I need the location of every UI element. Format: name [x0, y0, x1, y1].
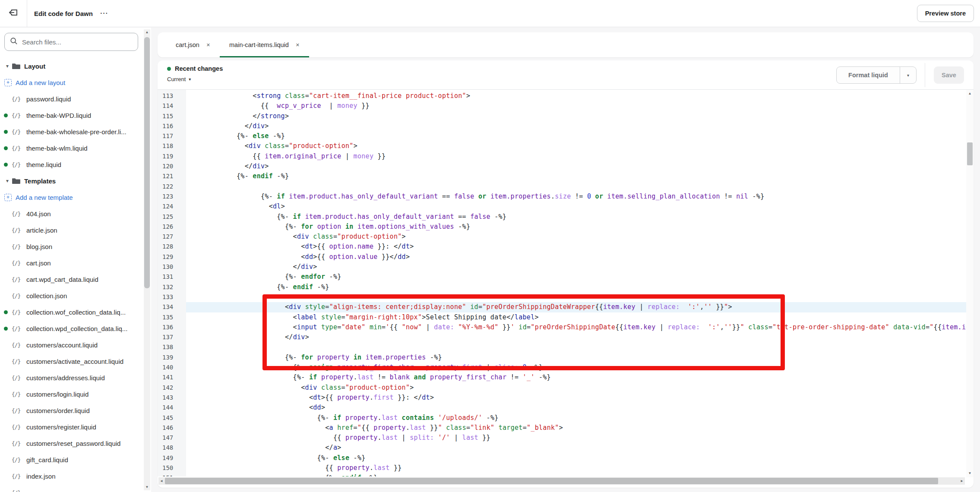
- vertical-scrollbar-thumb[interactable]: [967, 142, 973, 165]
- code-line[interactable]: 121 {%- endif -%}: [158, 171, 966, 181]
- code-line[interactable]: 116 </div>: [158, 121, 966, 131]
- code-line[interactable]: 122: [158, 182, 966, 192]
- close-icon[interactable]: ✕: [296, 42, 300, 48]
- horizontal-scrollbar-thumb[interactable]: [165, 478, 938, 484]
- format-liquid-button[interactable]: Format liquid: [837, 67, 900, 83]
- code-line[interactable]: 134 <div style="align-items: center;disp…: [158, 302, 966, 312]
- scroll-up-icon[interactable]: ▲: [144, 29, 150, 35]
- code-line[interactable]: 125 {%- if item.product.has_only_default…: [158, 212, 966, 222]
- file-item[interactable]: {/}cart.wpd_cart_data.liquid: [0, 271, 143, 287]
- file-item[interactable]: {/}password.liquid: [0, 91, 143, 107]
- line-number: 125: [158, 212, 186, 222]
- code-line[interactable]: 150 {{ property.last }}: [158, 463, 966, 473]
- file-item[interactable]: {/}theme-bak-wlm.liquid: [0, 140, 143, 156]
- code-text: </strong>: [186, 111, 966, 121]
- code-line[interactable]: 124 <dl>: [158, 202, 966, 211]
- file-item[interactable]: {/}article.json: [0, 222, 143, 238]
- save-button[interactable]: Save: [934, 66, 964, 84]
- file-item[interactable]: {/}customers/activate_account.liquid: [0, 353, 143, 369]
- code-line[interactable]: 138: [158, 342, 966, 352]
- code-line[interactable]: 151 {%- endif -%}: [158, 473, 966, 476]
- code-line[interactable]: 129 <dd>{{ option.value }}</dd>: [158, 252, 966, 262]
- code-file-icon: {/}: [9, 424, 22, 430]
- code-line[interactable]: 126 {%- for option in item.options_with_…: [158, 222, 966, 232]
- file-item[interactable]: {/}gift_card.liquid: [0, 451, 143, 468]
- code-line[interactable]: 147 {{ property.last | split: '/' | last…: [158, 433, 966, 443]
- code-line[interactable]: 142 <div class="product-option">: [158, 383, 966, 393]
- code-line[interactable]: 130 </div>: [158, 262, 966, 272]
- code-line[interactable]: 148 </a>: [158, 443, 966, 453]
- scroll-right-icon[interactable]: ►: [959, 477, 965, 485]
- sidebar-scrollbar[interactable]: ▲ ▼: [144, 29, 150, 490]
- add-file-button[interactable]: +Add a new layout: [0, 74, 143, 91]
- code-line[interactable]: 141 {%- if property.last != blank and pr…: [158, 372, 966, 382]
- code-area[interactable]: 113 <strong class="cart-item__final-pric…: [158, 90, 966, 476]
- code-line[interactable]: 140 {%- assign property_first_char = pro…: [158, 363, 966, 372]
- file-item[interactable]: {/}theme-bak-wholesale-pre-order.li...: [0, 123, 143, 140]
- change-dot-slot: [3, 130, 9, 134]
- file-item[interactable]: {/}index.json: [0, 468, 143, 484]
- folder-icon: [12, 177, 20, 184]
- tab-cart.json[interactable]: cart.json✕: [166, 32, 220, 57]
- file-item[interactable]: {/}theme-bak-WPD.liquid: [0, 107, 143, 123]
- file-item[interactable]: {/}collection.wof_collection_data.liq...: [0, 304, 143, 320]
- code-line[interactable]: 114 {{ wcp_v_price | money }}: [158, 101, 966, 111]
- code-line[interactable]: 127 <div class="product-option">: [158, 232, 966, 242]
- code-line[interactable]: 149 {%- else -%}: [158, 453, 966, 463]
- vertical-scrollbar[interactable]: ▲ ▼: [966, 90, 974, 477]
- file-name: collection.wpd_collection_data.liq...: [26, 325, 127, 332]
- file-item[interactable]: {/}customers/addresses.liquid: [0, 369, 143, 386]
- file-item[interactable]: {/}collection.json: [0, 287, 143, 304]
- file-item[interactable]: {/}customers/account.liquid: [0, 337, 143, 353]
- exit-editor-button[interactable]: [6, 6, 21, 21]
- code-line[interactable]: 119 {{ item.original_price | money }}: [158, 151, 966, 161]
- file-item[interactable]: {/}customers/register.liquid: [0, 419, 143, 435]
- code-line[interactable]: 143 <dt>{{ property.first }}: </dt>: [158, 393, 966, 403]
- folder-row[interactable]: ▾Templates: [0, 173, 143, 189]
- file-item[interactable]: {/}theme.liquid: [0, 156, 143, 173]
- version-dropdown[interactable]: Current ▾: [167, 76, 191, 82]
- file-item[interactable]: {/}customers/login.liquid: [0, 386, 143, 402]
- search-input[interactable]: [22, 38, 133, 46]
- code-line[interactable]: 135 <label style="margin-right:10px">Sel…: [158, 312, 966, 322]
- more-actions-icon[interactable]: •••: [101, 11, 108, 16]
- code-line[interactable]: 115 </strong>: [158, 111, 966, 121]
- close-icon[interactable]: ✕: [206, 42, 210, 48]
- code-line[interactable]: 144 <dd>: [158, 403, 966, 413]
- code-line[interactable]: 139 {%- for property in item.properties …: [158, 353, 966, 363]
- scroll-down-icon[interactable]: ▼: [144, 484, 150, 490]
- file-item[interactable]: {/}404.json: [0, 205, 143, 222]
- code-line[interactable]: 113 <strong class="cart-item__final-pric…: [158, 91, 966, 101]
- scroll-down-icon[interactable]: ▼: [966, 470, 974, 476]
- code-text: [186, 292, 966, 302]
- code-line[interactable]: 120 </div>: [158, 161, 966, 171]
- file-item[interactable]: {/}customers/order.liquid: [0, 402, 143, 419]
- code-line[interactable]: 136 <input type="date" min='{{ "now" | d…: [158, 322, 966, 332]
- code-line[interactable]: 128 <dt>{{ option.name }}: </dt>: [158, 242, 966, 252]
- line-number: 133: [158, 292, 186, 302]
- file-item[interactable]: {/}collection.wpd_collection_data.liq...: [0, 320, 143, 337]
- horizontal-scrollbar[interactable]: ◄ ►: [158, 477, 965, 485]
- code-line[interactable]: 133: [158, 292, 966, 302]
- add-file-button[interactable]: +Add a new template: [0, 189, 143, 205]
- tab-main-cart-items.liquid[interactable]: main-cart-items.liquid✕: [220, 32, 309, 57]
- format-liquid-dropdown[interactable]: ▾: [900, 67, 916, 83]
- code-line[interactable]: 117 {%- else -%}: [158, 131, 966, 141]
- code-line[interactable]: 132 {%- endif -%}: [158, 282, 966, 292]
- preview-store-button[interactable]: Preview store: [917, 5, 974, 22]
- scroll-up-icon[interactable]: ▲: [966, 91, 974, 97]
- file-item[interactable]: {/}: [0, 484, 143, 492]
- code-line[interactable]: 123 {%- if item.product.has_only_default…: [158, 192, 966, 202]
- code-text: <input type="date" min='{{ "now" | date:…: [186, 322, 966, 332]
- sidebar-scrollbar-thumb[interactable]: [144, 37, 150, 288]
- file-item[interactable]: {/}blog.json: [0, 238, 143, 255]
- code-line[interactable]: 146 <a href="{{ property.last }}" class=…: [158, 423, 966, 433]
- code-line[interactable]: 137 </div>: [158, 332, 966, 342]
- code-line[interactable]: 131 {%- endfor -%}: [158, 272, 966, 282]
- scroll-left-icon[interactable]: ◄: [158, 477, 164, 485]
- file-item[interactable]: {/}customers/reset_password.liquid: [0, 435, 143, 451]
- code-line[interactable]: 118 <div class="product-option">: [158, 141, 966, 151]
- folder-row[interactable]: ▾Layout: [0, 58, 143, 74]
- code-line[interactable]: 145 {%- if property.last contains '/uplo…: [158, 413, 966, 423]
- file-item[interactable]: {/}cart.json: [0, 255, 143, 271]
